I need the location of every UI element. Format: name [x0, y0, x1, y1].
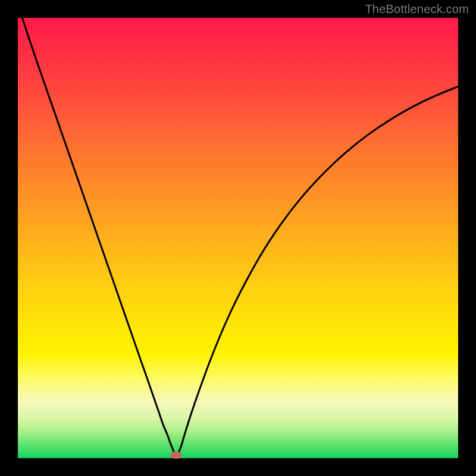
watermark-text: TheBottleneck.com — [365, 2, 469, 16]
bottleneck-curve — [18, 18, 458, 458]
minimum-marker — [171, 452, 181, 459]
chart-plot-area — [18, 18, 458, 458]
chart-frame: TheBottleneck.com — [0, 0, 476, 476]
